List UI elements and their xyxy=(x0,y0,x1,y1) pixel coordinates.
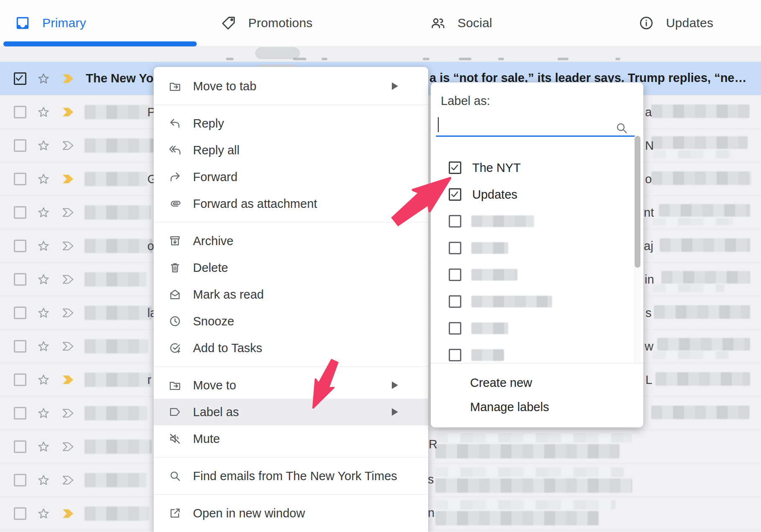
row-checkbox[interactable] xyxy=(14,474,26,486)
menu-item-add-to-tasks[interactable]: Add to Tasks xyxy=(154,335,428,361)
reply-icon xyxy=(169,117,181,130)
label-option-redacted[interactable] xyxy=(431,261,643,288)
menu-item-mark-as-read[interactable]: Mark as read xyxy=(154,281,428,308)
tab-social[interactable]: Social xyxy=(430,0,492,46)
star-icon[interactable] xyxy=(37,507,50,520)
star-icon[interactable] xyxy=(37,340,50,353)
row-checkbox[interactable] xyxy=(14,106,26,118)
row-checkbox[interactable] xyxy=(14,407,26,419)
label-option-redacted[interactable] xyxy=(431,208,643,235)
row-checkbox[interactable] xyxy=(14,307,26,319)
task-add-icon xyxy=(169,342,181,354)
checkbox-unchecked[interactable] xyxy=(449,322,461,335)
scrollbar-thumb[interactable] xyxy=(635,136,640,268)
redacted-text xyxy=(85,373,151,387)
star-icon[interactable] xyxy=(37,473,50,487)
checkbox-unchecked[interactable] xyxy=(449,215,461,228)
importance-marker-icon[interactable] xyxy=(61,374,76,385)
menu-item-label: Mark as read xyxy=(193,288,264,302)
tab-promotions[interactable]: Promotions xyxy=(221,0,313,46)
redacted-text xyxy=(85,205,151,220)
row-checkbox[interactable] xyxy=(14,72,26,85)
text-fragment: w xyxy=(645,340,653,353)
star-icon[interactable] xyxy=(37,172,50,186)
submenu-arrow-icon xyxy=(392,82,398,90)
star-icon[interactable] xyxy=(37,72,50,85)
label-option-redacted[interactable] xyxy=(431,235,643,261)
star-icon[interactable] xyxy=(37,206,50,219)
checkbox-unchecked[interactable] xyxy=(449,242,461,254)
menu-item-find-emails[interactable]: Find emails from The New York Times xyxy=(154,463,428,489)
importance-marker-icon[interactable] xyxy=(61,240,76,251)
menu-item-forward-as-attachment[interactable]: Forward as attachment xyxy=(154,190,428,217)
menu-item-mute[interactable]: Mute xyxy=(154,425,428,452)
star-icon[interactable] xyxy=(37,306,50,320)
menu-item-open-in-new-window[interactable]: Open in new window xyxy=(154,500,428,527)
menu-item-move-to[interactable]: Move to xyxy=(154,372,428,399)
menu-item-reply[interactable]: Reply xyxy=(154,110,428,137)
menu-item-delete[interactable]: Delete xyxy=(154,254,428,281)
row-checkbox[interactable] xyxy=(14,173,26,185)
partial-email-row[interactable] xyxy=(0,46,761,62)
checkbox-checked[interactable] xyxy=(449,161,461,174)
tab-updates[interactable]: Updates xyxy=(638,0,713,46)
tag-icon xyxy=(221,15,237,31)
redacted-text xyxy=(651,136,748,149)
redacted-text xyxy=(85,239,152,253)
star-icon[interactable] xyxy=(37,273,50,286)
checkbox-unchecked[interactable] xyxy=(449,269,461,281)
importance-marker-icon[interactable] xyxy=(61,408,76,419)
importance-marker-icon[interactable] xyxy=(61,73,76,84)
menu-item-label: Forward xyxy=(193,170,237,184)
label-option-updates[interactable]: Updates xyxy=(431,181,643,208)
importance-marker-icon[interactable] xyxy=(61,341,76,352)
search-icon xyxy=(615,121,628,135)
info-icon xyxy=(638,15,654,31)
menu-item-label-as[interactable]: Label as xyxy=(154,399,428,425)
label-search-input[interactable] xyxy=(437,116,613,133)
text-fragment: L xyxy=(645,373,652,387)
importance-marker-icon[interactable] xyxy=(61,140,76,151)
star-icon[interactable] xyxy=(37,373,50,386)
row-checkbox[interactable] xyxy=(14,440,26,453)
row-checkbox[interactable] xyxy=(14,139,26,152)
menu-item-archive[interactable]: Archive xyxy=(154,228,428,254)
row-checkbox[interactable] xyxy=(14,240,26,252)
redacted-text xyxy=(85,506,149,521)
row-checkbox[interactable] xyxy=(14,507,26,520)
checkbox-unchecked[interactable] xyxy=(449,295,461,308)
label-option-the-nyt[interactable]: The NYT xyxy=(431,154,643,181)
label-option-redacted[interactable] xyxy=(431,315,643,342)
importance-marker-icon[interactable] xyxy=(61,274,76,285)
importance-marker-icon[interactable] xyxy=(61,441,76,452)
star-icon[interactable] xyxy=(37,239,50,253)
checkbox-unchecked[interactable] xyxy=(449,349,461,361)
text-fragment: s xyxy=(428,473,434,486)
redacted-mark xyxy=(293,58,306,60)
row-checkbox[interactable] xyxy=(14,373,26,386)
menu-item-reply-all[interactable]: Reply all xyxy=(154,137,428,164)
menu-item-forward[interactable]: Forward xyxy=(154,164,428,190)
importance-marker-icon[interactable] xyxy=(61,107,76,118)
tab-primary[interactable]: Primary xyxy=(15,0,86,46)
checkbox-checked[interactable] xyxy=(449,188,461,201)
importance-marker-icon[interactable] xyxy=(61,207,76,218)
manage-labels-button[interactable]: Manage labels xyxy=(470,395,549,419)
label-option-redacted[interactable] xyxy=(431,288,643,315)
importance-marker-icon[interactable] xyxy=(61,475,76,486)
create-new-label-button[interactable]: Create new xyxy=(470,371,532,394)
importance-marker-icon[interactable] xyxy=(61,307,76,318)
star-icon[interactable] xyxy=(37,407,50,420)
row-checkbox[interactable] xyxy=(14,340,26,353)
star-icon[interactable] xyxy=(37,139,50,152)
menu-item-snooze[interactable]: Snooze xyxy=(154,308,428,335)
row-checkbox[interactable] xyxy=(14,273,26,286)
star-icon[interactable] xyxy=(37,440,50,453)
row-checkbox[interactable] xyxy=(14,206,26,219)
menu-item-move-to-tab[interactable]: Move to tab xyxy=(154,73,428,100)
divider xyxy=(154,494,428,495)
star-icon[interactable] xyxy=(37,105,50,119)
importance-marker-icon[interactable] xyxy=(61,174,76,184)
label-option-redacted[interactable] xyxy=(431,342,643,363)
importance-marker-icon[interactable] xyxy=(61,508,76,519)
